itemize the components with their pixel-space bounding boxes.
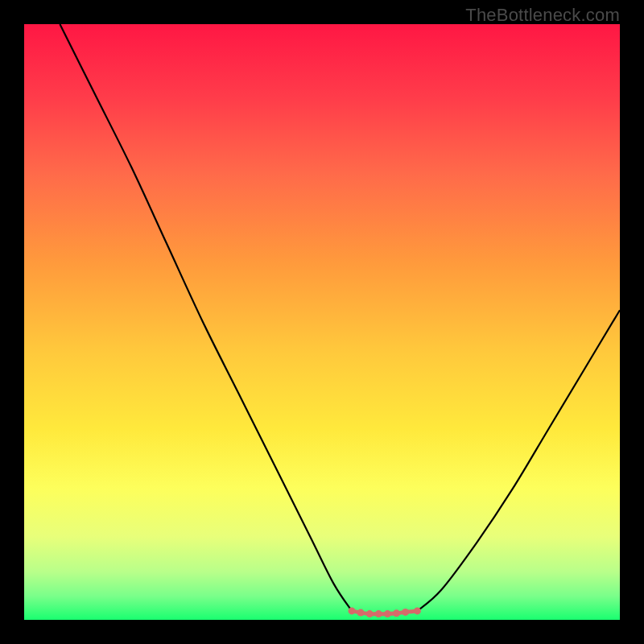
valley-marker-dot [402, 609, 409, 616]
plot-area [24, 24, 620, 620]
valley-marker-dot [357, 609, 365, 617]
left-curve [60, 24, 352, 611]
chart-container: TheBottleneck.com [0, 0, 644, 644]
right-curve [417, 310, 620, 611]
valley-marker-dot [366, 610, 374, 617]
valley-marker-dot [375, 610, 382, 617]
valley-marker-dot [349, 607, 356, 614]
watermark-text: TheBottleneck.com [465, 5, 620, 26]
curves-layer [24, 24, 620, 620]
valley-marker-dot [384, 610, 391, 617]
valley-marker-dot [393, 609, 400, 617]
valley-marker-dot [414, 607, 421, 614]
